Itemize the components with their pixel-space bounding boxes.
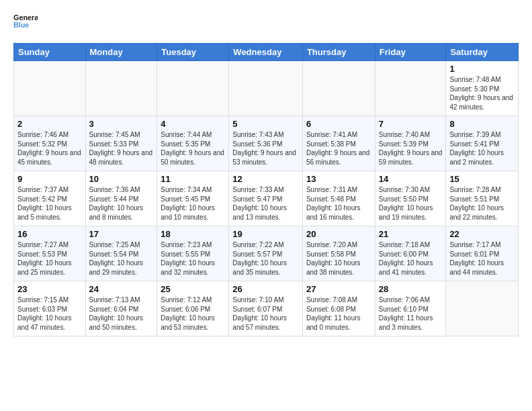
calendar-cell: 28Sunrise: 7:06 AM Sunset: 6:10 PM Dayli… [375, 281, 446, 336]
week-row-3: 9Sunrise: 7:37 AM Sunset: 5:42 PM Daylig… [14, 171, 519, 226]
day-number: 25 [161, 284, 225, 294]
day-info: Sunrise: 7:20 AM Sunset: 5:58 PM Dayligh… [306, 240, 371, 277]
day-info: Sunrise: 7:30 AM Sunset: 5:50 PM Dayligh… [379, 185, 443, 222]
calendar-cell: 3Sunrise: 7:45 AM Sunset: 5:33 PM Daylig… [85, 116, 157, 171]
day-info: Sunrise: 7:31 AM Sunset: 5:48 PM Dayligh… [306, 185, 371, 222]
calendar-cell: 18Sunrise: 7:23 AM Sunset: 5:55 PM Dayli… [157, 226, 229, 281]
calendar-cell [14, 61, 86, 116]
day-info: Sunrise: 7:37 AM Sunset: 5:42 PM Dayligh… [17, 185, 82, 222]
day-info: Sunrise: 7:15 AM Sunset: 6:03 PM Dayligh… [17, 295, 82, 332]
day-number: 7 [379, 119, 443, 129]
calendar-cell: 2Sunrise: 7:46 AM Sunset: 5:32 PM Daylig… [14, 116, 86, 171]
day-number: 11 [161, 174, 225, 184]
day-number: 18 [161, 229, 225, 239]
logo-icon: General Blue [13, 11, 38, 35]
weekday-header-friday: Friday [375, 44, 446, 61]
calendar-cell: 25Sunrise: 7:12 AM Sunset: 6:06 PM Dayli… [157, 281, 229, 336]
calendar-cell: 17Sunrise: 7:25 AM Sunset: 5:54 PM Dayli… [85, 226, 157, 281]
day-number: 16 [17, 229, 82, 239]
day-info: Sunrise: 7:25 AM Sunset: 5:54 PM Dayligh… [89, 240, 154, 277]
day-number: 19 [232, 229, 299, 239]
calendar-cell: 22Sunrise: 7:17 AM Sunset: 6:01 PM Dayli… [446, 226, 519, 281]
day-number: 14 [379, 174, 443, 184]
day-info: Sunrise: 7:34 AM Sunset: 5:45 PM Dayligh… [161, 185, 225, 222]
day-info: Sunrise: 7:44 AM Sunset: 5:35 PM Dayligh… [161, 130, 225, 167]
day-number: 13 [306, 174, 371, 184]
day-info: Sunrise: 7:45 AM Sunset: 5:33 PM Dayligh… [89, 130, 154, 167]
calendar-cell [375, 61, 446, 116]
week-row-4: 16Sunrise: 7:27 AM Sunset: 5:53 PM Dayli… [14, 226, 519, 281]
day-number: 5 [232, 119, 299, 129]
calendar-cell: 21Sunrise: 7:18 AM Sunset: 6:00 PM Dayli… [375, 226, 446, 281]
calendar-cell: 10Sunrise: 7:36 AM Sunset: 5:44 PM Dayli… [85, 171, 157, 226]
weekday-header-monday: Monday [85, 44, 157, 61]
calendar-cell: 6Sunrise: 7:41 AM Sunset: 5:38 PM Daylig… [302, 116, 375, 171]
day-info: Sunrise: 7:27 AM Sunset: 5:53 PM Dayligh… [17, 240, 82, 277]
calendar-cell: 26Sunrise: 7:10 AM Sunset: 6:07 PM Dayli… [229, 281, 303, 336]
calendar-cell: 5Sunrise: 7:43 AM Sunset: 5:36 PM Daylig… [229, 116, 303, 171]
day-number: 4 [161, 119, 225, 129]
day-number: 2 [17, 119, 82, 129]
weekday-header-wednesday: Wednesday [229, 44, 303, 61]
day-info: Sunrise: 7:10 AM Sunset: 6:07 PM Dayligh… [232, 295, 299, 332]
day-info: Sunrise: 7:33 AM Sunset: 5:47 PM Dayligh… [232, 185, 299, 222]
day-info: Sunrise: 7:39 AM Sunset: 5:41 PM Dayligh… [449, 130, 515, 167]
calendar: SundayMondayTuesdayWednesdayThursdayFrid… [13, 43, 519, 336]
day-number: 3 [89, 119, 154, 129]
calendar-cell: 14Sunrise: 7:30 AM Sunset: 5:50 PM Dayli… [375, 171, 446, 226]
calendar-cell: 15Sunrise: 7:28 AM Sunset: 5:51 PM Dayli… [446, 171, 519, 226]
weekday-header-sunday: Sunday [14, 44, 86, 61]
page: General Blue SundayMondayTuesdayWednesda… [0, 0, 532, 343]
calendar-cell: 7Sunrise: 7:40 AM Sunset: 5:39 PM Daylig… [375, 116, 446, 171]
week-row-1: 1Sunrise: 7:48 AM Sunset: 5:30 PM Daylig… [14, 61, 519, 116]
weekday-header-row: SundayMondayTuesdayWednesdayThursdayFrid… [14, 44, 519, 61]
day-number: 10 [89, 174, 154, 184]
day-number: 8 [449, 119, 515, 129]
day-number: 24 [89, 284, 154, 294]
calendar-cell [85, 61, 157, 116]
day-info: Sunrise: 7:13 AM Sunset: 6:04 PM Dayligh… [89, 295, 154, 332]
day-number: 21 [379, 229, 443, 239]
day-info: Sunrise: 7:17 AM Sunset: 6:01 PM Dayligh… [449, 240, 515, 277]
day-number: 23 [17, 284, 82, 294]
day-number: 27 [306, 284, 371, 294]
day-info: Sunrise: 7:48 AM Sunset: 5:30 PM Dayligh… [449, 75, 515, 111]
calendar-cell: 27Sunrise: 7:08 AM Sunset: 6:08 PM Dayli… [302, 281, 375, 336]
calendar-cell: 12Sunrise: 7:33 AM Sunset: 5:47 PM Dayli… [229, 171, 303, 226]
day-info: Sunrise: 7:36 AM Sunset: 5:44 PM Dayligh… [89, 185, 154, 222]
calendar-cell: 9Sunrise: 7:37 AM Sunset: 5:42 PM Daylig… [14, 171, 86, 226]
day-number: 1 [449, 64, 515, 74]
weekday-header-saturday: Saturday [446, 44, 519, 61]
day-number: 26 [232, 284, 299, 294]
header: General Blue [13, 11, 519, 35]
logo: General Blue [13, 11, 38, 35]
calendar-cell: 20Sunrise: 7:20 AM Sunset: 5:58 PM Dayli… [302, 226, 375, 281]
calendar-cell: 11Sunrise: 7:34 AM Sunset: 5:45 PM Dayli… [157, 171, 229, 226]
day-info: Sunrise: 7:12 AM Sunset: 6:06 PM Dayligh… [161, 295, 225, 332]
calendar-cell: 24Sunrise: 7:13 AM Sunset: 6:04 PM Dayli… [85, 281, 157, 336]
day-info: Sunrise: 7:41 AM Sunset: 5:38 PM Dayligh… [306, 130, 371, 167]
day-number: 15 [449, 174, 515, 184]
day-number: 28 [379, 284, 443, 294]
weekday-header-thursday: Thursday [302, 44, 375, 61]
day-number: 20 [306, 229, 371, 239]
day-info: Sunrise: 7:23 AM Sunset: 5:55 PM Dayligh… [161, 240, 225, 277]
calendar-cell: 23Sunrise: 7:15 AM Sunset: 6:03 PM Dayli… [14, 281, 86, 336]
day-info: Sunrise: 7:40 AM Sunset: 5:39 PM Dayligh… [379, 130, 443, 167]
calendar-cell [229, 61, 303, 116]
calendar-cell: 1Sunrise: 7:48 AM Sunset: 5:30 PM Daylig… [446, 61, 519, 116]
svg-text:General: General [13, 13, 38, 21]
day-number: 22 [449, 229, 515, 239]
day-info: Sunrise: 7:06 AM Sunset: 6:10 PM Dayligh… [379, 295, 443, 332]
day-info: Sunrise: 7:22 AM Sunset: 5:57 PM Dayligh… [232, 240, 299, 277]
day-info: Sunrise: 7:08 AM Sunset: 6:08 PM Dayligh… [306, 295, 371, 332]
calendar-cell: 13Sunrise: 7:31 AM Sunset: 5:48 PM Dayli… [302, 171, 375, 226]
calendar-cell: 8Sunrise: 7:39 AM Sunset: 5:41 PM Daylig… [446, 116, 519, 171]
week-row-2: 2Sunrise: 7:46 AM Sunset: 5:32 PM Daylig… [14, 116, 519, 171]
day-number: 17 [89, 229, 154, 239]
day-number: 6 [306, 119, 371, 129]
calendar-cell: 16Sunrise: 7:27 AM Sunset: 5:53 PM Dayli… [14, 226, 86, 281]
week-row-5: 23Sunrise: 7:15 AM Sunset: 6:03 PM Dayli… [14, 281, 519, 336]
svg-text:Blue: Blue [13, 21, 29, 29]
day-info: Sunrise: 7:28 AM Sunset: 5:51 PM Dayligh… [449, 185, 515, 222]
